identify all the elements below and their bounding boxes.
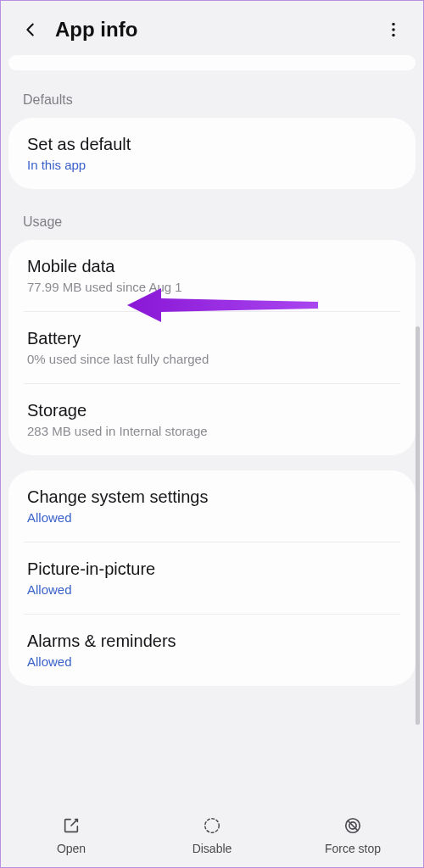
- collapsed-card: [8, 55, 416, 70]
- row-subtitle: Allowed: [27, 510, 397, 525]
- row-subtitle: 283 MB used in Internal storage: [27, 424, 397, 438]
- row-subtitle: Allowed: [27, 654, 397, 669]
- row-change-system-settings[interactable]: Change system settings Allowed: [8, 470, 416, 542]
- row-alarms-reminders[interactable]: Alarms & reminders Allowed: [8, 615, 416, 686]
- svg-point-1: [392, 28, 394, 31]
- row-battery[interactable]: Battery 0% used since last fully charged: [8, 312, 416, 383]
- content-area: Defaults Set as default In this app Usag…: [1, 55, 423, 806]
- force-stop-button[interactable]: Force stop: [302, 815, 404, 855]
- row-set-as-default[interactable]: Set as default In this app: [8, 118, 416, 189]
- back-icon[interactable]: [20, 19, 42, 41]
- page-title: App info: [55, 18, 382, 42]
- bottom-bar: Open Disable Force stop: [1, 806, 423, 867]
- svg-point-3: [205, 819, 220, 833]
- card-usage: Mobile data 77.99 MB used since Aug 1 Ba…: [8, 240, 416, 455]
- svg-point-0: [392, 23, 394, 25]
- row-mobile-data[interactable]: Mobile data 77.99 MB used since Aug 1: [8, 240, 416, 311]
- disable-label: Disable: [192, 842, 232, 855]
- row-storage[interactable]: Storage 283 MB used in Internal storage: [8, 384, 416, 455]
- disable-button[interactable]: Disable: [161, 815, 263, 855]
- row-title: Mobile data: [27, 257, 397, 276]
- row-title: Set as default: [27, 135, 397, 154]
- app-info-screen: App info Defaults Set as default In this…: [0, 0, 424, 868]
- row-title: Battery: [27, 329, 397, 348]
- row-subtitle: Allowed: [27, 582, 397, 597]
- open-icon: [60, 815, 82, 837]
- force-stop-label: Force stop: [325, 842, 381, 855]
- row-subtitle: In this app: [27, 158, 397, 172]
- row-title: Picture-in-picture: [27, 559, 397, 579]
- row-picture-in-picture[interactable]: Picture-in-picture Allowed: [8, 542, 416, 614]
- row-title: Storage: [27, 401, 397, 420]
- open-label: Open: [57, 842, 86, 855]
- row-subtitle: 0% used since last fully charged: [27, 352, 397, 366]
- scroll-indicator[interactable]: [416, 326, 420, 725]
- more-icon[interactable]: [382, 19, 404, 41]
- card-defaults: Set as default In this app: [8, 118, 416, 189]
- header: App info: [1, 1, 423, 55]
- svg-point-2: [392, 34, 394, 36]
- row-title: Alarms & reminders: [27, 632, 397, 651]
- row-subtitle: 77.99 MB used since Aug 1: [27, 280, 397, 294]
- force-stop-icon: [342, 815, 364, 837]
- disable-icon: [201, 815, 223, 837]
- card-special-access: Change system settings Allowed Picture-i…: [8, 470, 416, 686]
- row-title: Change system settings: [27, 487, 397, 507]
- section-label-usage: Usage: [1, 204, 423, 240]
- section-label-defaults: Defaults: [1, 82, 423, 118]
- open-button[interactable]: Open: [20, 815, 122, 855]
